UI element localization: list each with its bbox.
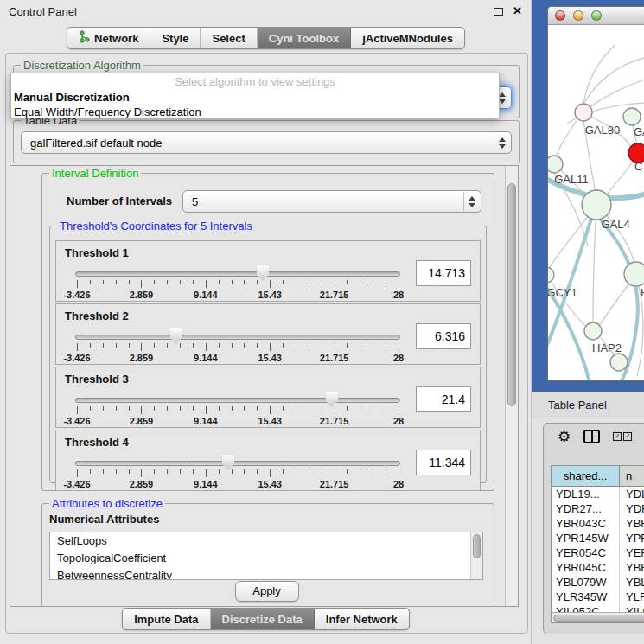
network-view-window[interactable]: GAL80GACGAL11GAL4GCY1HHAP2 (547, 6, 644, 381)
slider-track[interactable] (75, 271, 400, 277)
threshold-slider[interactable]: -3.4262.8599.14415.4321.71528 (75, 390, 400, 424)
float-window-icon[interactable] (494, 8, 503, 16)
network-window-titlebar[interactable] (548, 7, 644, 25)
slider-ticks (77, 343, 399, 352)
threshold-value-field[interactable]: 6.316 (416, 323, 471, 349)
table-row[interactable]: YBL079WYBL0 (552, 575, 644, 590)
cell-shared-name[interactable]: YER054C (552, 545, 620, 560)
table-row[interactable]: YDR27...YDR2 (552, 501, 644, 516)
table-data-combobox[interactable]: galFiltered.sif default node (21, 131, 512, 154)
cell-shared-name[interactable]: YPR145W (552, 531, 620, 545)
network-edge (556, 119, 577, 156)
network-desktop-background: GAL80GACGAL11GAL4GCY1HHAP2 (532, 0, 644, 392)
cell-name[interactable]: YPR1 (620, 531, 644, 545)
tab-cyni-toolbox[interactable]: Cyni Toolbox (258, 28, 351, 48)
network-node[interactable] (623, 108, 641, 125)
slider-handle[interactable] (256, 265, 269, 281)
slider-handle[interactable] (326, 392, 339, 407)
slider-scale-labels: -3.4262.8599.14415.4321.71528 (77, 290, 399, 300)
threshold-value-field[interactable]: 11.344 (416, 450, 471, 475)
threshold-value-field[interactable]: 21.4 (416, 386, 471, 412)
split-column-icon[interactable] (583, 430, 600, 443)
settings-vertical-scrollbar[interactable] (505, 166, 518, 606)
attributes-scrollbar[interactable] (470, 532, 482, 579)
algorithm-option-manual[interactable]: Manual Discretization (11, 90, 499, 105)
mac-zoom-button[interactable] (591, 10, 602, 21)
table-row[interactable]: YDL19...YDL1 (552, 487, 644, 501)
settings-scroll-viewport: Interval Definition Number of Intervals … (10, 165, 519, 607)
number-of-intervals-combobox[interactable]: 5 (182, 190, 481, 213)
mac-minimize-button[interactable] (573, 10, 583, 21)
interval-definition-group: Interval Definition Number of Intervals … (41, 173, 494, 491)
network-node[interactable] (548, 156, 563, 173)
bottom-tab-discretize-data[interactable]: Discretize Data (211, 609, 315, 629)
threshold-slider[interactable]: -3.4262.8599.14415.4321.71528 (75, 327, 400, 361)
cell-name[interactable]: YDR2 (620, 501, 644, 516)
table-row[interactable]: YBR045CYBR0 (552, 560, 644, 575)
network-node-label: GA (634, 125, 644, 138)
threshold-value-field[interactable]: 14.713 (416, 260, 471, 286)
algorithm-option-equal-width[interactable]: Equal Width/Frequency Discretization (11, 105, 499, 119)
cell-name[interactable]: YDL1 (620, 487, 644, 501)
slider-handle[interactable] (169, 328, 182, 344)
column-header-shared-name[interactable]: shared... (552, 466, 620, 486)
checkbox-icon[interactable]: ✓ (613, 432, 622, 441)
attributes-group-title: Attributes to discretize (49, 497, 165, 510)
cell-shared-name[interactable]: YBR043C (552, 516, 620, 531)
bottom-tab-infer-network[interactable]: Infer Network (315, 609, 409, 629)
numerical-attributes-list[interactable]: SelfLoopsTopologicalCoefficientBetweenne… (49, 532, 483, 580)
table-data-group: Table Data galFiltered.sif default node (13, 120, 520, 163)
network-canvas[interactable]: GAL80GACGAL11GAL4GCY1HHAP2 (548, 25, 644, 381)
attributes-scrollbar-thumb[interactable] (473, 534, 481, 558)
table-row[interactable]: YPR145WYPR1 (552, 531, 644, 545)
column-header-name[interactable]: n (620, 466, 644, 486)
network-node[interactable] (575, 104, 592, 121)
network-node[interactable] (624, 262, 644, 286)
slider-track[interactable] (75, 398, 400, 403)
table-horizontal-scrollbar[interactable] (552, 612, 644, 622)
cell-name[interactable]: YBL0 (620, 575, 644, 590)
cell-name[interactable]: YBR0 (620, 560, 644, 575)
network-node[interactable] (584, 322, 602, 340)
table-row[interactable]: YLR345WYLR3 (552, 590, 644, 604)
slider-handle[interactable] (221, 455, 234, 470)
cell-shared-name[interactable]: YDL19... (552, 487, 620, 501)
checkbox-icons[interactable]: ✓ ✓ (613, 432, 632, 441)
checkbox-icon[interactable]: ✓ (623, 432, 632, 441)
table-row[interactable]: YER054CYER0 (552, 545, 644, 560)
cell-shared-name[interactable]: YBR045C (552, 560, 620, 575)
list-item[interactable]: BetweennessCentrality (50, 567, 482, 580)
apply-button[interactable]: Apply (235, 581, 299, 602)
threshold-slider[interactable]: -3.4262.8599.14415.4321.71528 (75, 264, 400, 298)
cell-name[interactable]: YLR3 (620, 590, 644, 604)
network-icon (79, 30, 90, 46)
threshold-label: Threshold 2 (65, 309, 129, 322)
threshold-slider[interactable]: -3.4262.8599.14415.4321.71528 (75, 453, 400, 488)
network-node[interactable] (548, 267, 554, 283)
slider-track[interactable] (75, 461, 400, 466)
settings-scrollbar-thumb[interactable] (507, 183, 516, 406)
cell-name[interactable]: YER0 (620, 545, 644, 560)
tab-network[interactable]: Network (67, 28, 150, 48)
tab-jactivemnodules[interactable]: jActiveMNodules (351, 28, 464, 48)
gear-icon[interactable]: ⚙ (558, 430, 571, 444)
slider-track[interactable] (75, 335, 400, 340)
node-table[interactable]: shared... n YDL19...YDL1YDR27...YDR2YBR0… (551, 465, 644, 623)
cell-shared-name[interactable]: YBL079W (552, 575, 620, 590)
list-item[interactable]: SelfLoops (50, 532, 482, 550)
network-node[interactable] (582, 190, 611, 220)
tab-style[interactable]: Style (150, 28, 201, 48)
close-icon[interactable]: ✕ (513, 4, 522, 17)
cell-name[interactable]: YBR0 (620, 516, 644, 531)
cell-shared-name[interactable]: YDR27... (552, 501, 620, 516)
list-item[interactable]: TopologicalCoefficient (50, 550, 482, 567)
combo-stepper-icon[interactable] (463, 192, 480, 211)
mac-close-button[interactable] (555, 10, 565, 21)
cell-shared-name[interactable]: YLR345W (552, 590, 620, 604)
table-row[interactable]: YBR043CYBR0 (552, 516, 644, 531)
network-node[interactable] (610, 354, 628, 371)
table-hscrollbar-thumb[interactable] (553, 615, 644, 622)
bottom-tab-impute-data[interactable]: Impute Data (123, 609, 210, 629)
tab-select[interactable]: Select (201, 28, 257, 48)
combo-stepper-icon[interactable] (494, 133, 510, 152)
